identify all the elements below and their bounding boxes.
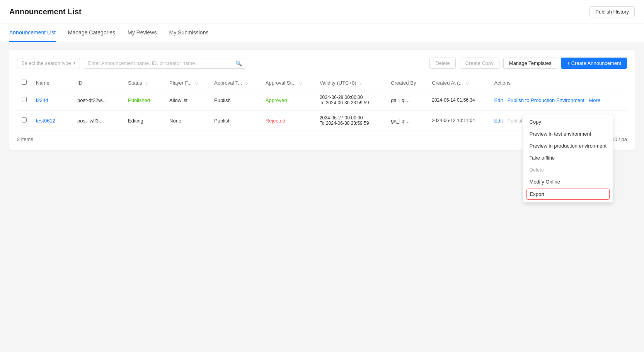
row1-id: post-dt22w... xyxy=(73,90,123,111)
search-icon: 🔍 xyxy=(235,60,242,66)
row1-edit-action[interactable]: Edit xyxy=(494,97,503,103)
search-type-placeholder: Select the search type xyxy=(21,60,71,66)
toolbar: Select the search type ▾ 🔍 Delete Create… xyxy=(17,58,627,69)
row1-status: Published xyxy=(123,90,165,111)
search-input[interactable] xyxy=(88,60,233,66)
tab-manage-categories[interactable]: Manage Categories xyxy=(68,24,115,42)
col-header-approval-type: Approval T... ▽ xyxy=(210,76,261,90)
row1-approval-status-label: Approved xyxy=(266,97,287,103)
col-header-status: Status ▽ xyxy=(123,76,165,90)
tab-my-submissions[interactable]: My Submissions xyxy=(169,24,209,42)
publish-history-button[interactable]: Publish History xyxy=(589,6,635,17)
created-at-filter-icon[interactable]: ▽ xyxy=(466,81,469,85)
row1-actions: Edit Publish to Production Environment M… xyxy=(489,90,627,111)
col-header-id: ID xyxy=(73,76,123,90)
items-count: 2 items xyxy=(17,136,33,142)
chevron-down-icon: ▾ xyxy=(73,61,76,66)
row2-edit-action[interactable]: Edit xyxy=(494,118,503,124)
approval-type-filter-icon[interactable]: ▽ xyxy=(245,81,248,85)
validity-filter-icon[interactable]: ▽ xyxy=(359,81,362,85)
dropdown-item-0[interactable]: Copy xyxy=(523,116,613,128)
row1-player-filter: Allowlist xyxy=(165,90,210,111)
col-header-approval-status: Approval St... ▽ xyxy=(261,76,315,90)
row2-approval-status-label: Rejected xyxy=(266,118,285,124)
row1-more-action[interactable]: More xyxy=(589,97,601,103)
header-checkbox-cell xyxy=(17,76,31,90)
row1-approval-status: Approved xyxy=(261,90,315,111)
row2-approval-type: Publish xyxy=(210,111,261,131)
status-filter-icon[interactable]: ▽ xyxy=(145,81,148,85)
tab-my-reviews[interactable]: My Reviews xyxy=(128,24,157,42)
row2-checkbox[interactable] xyxy=(22,117,27,122)
context-dropdown-menu: CopyPreview in test environmentPreview i… xyxy=(523,114,613,158)
col-header-player-filter: Player F... ▽ xyxy=(165,76,210,90)
row2-created-at: 2024-06-12 10:11:04 xyxy=(427,111,489,131)
col-header-name: Name xyxy=(31,76,73,90)
page-header: Announcement List Publish History xyxy=(0,0,644,24)
row2-created-by: ga_liqi... xyxy=(386,111,427,131)
row1-status-label: Published xyxy=(128,97,150,103)
approval-status-filter-icon[interactable]: ▽ xyxy=(299,81,302,85)
row2-id: post-lwlf3i... xyxy=(73,111,123,131)
select-all-checkbox[interactable] xyxy=(22,80,27,85)
row1-created-at: 2024-06-14 01:56:34 xyxy=(427,90,489,111)
col-header-created-by: Created By xyxy=(386,76,427,90)
table-header-row: Name ID Status ▽ Player F... ▽ Approval xyxy=(17,76,627,90)
create-copy-button[interactable]: Create Copy xyxy=(460,58,499,69)
search-type-select[interactable]: Select the search type ▾ xyxy=(17,58,80,68)
dropdown-item-3[interactable]: Take offline xyxy=(523,152,613,158)
row1-name-link[interactable]: l2244 xyxy=(36,97,48,103)
manage-templates-button[interactable]: Manage Templates xyxy=(503,58,557,69)
search-input-wrapper: 🔍 xyxy=(84,58,246,69)
col-header-validity: Validity (UTC+0) ▽ xyxy=(315,76,386,90)
row1-validity: 2024-06-28 00:00:00To 2024-06-30 23:59:5… xyxy=(315,90,386,111)
row2-checkbox-cell xyxy=(17,111,31,131)
row2-validity: 2024-06-27 00:00:00To 2024-06-30 23:59:5… xyxy=(315,111,386,131)
row2-name: test0612 xyxy=(31,111,73,131)
pagination-info: 10 / pa xyxy=(612,136,627,142)
row1-created-by: ga_liqi... xyxy=(386,90,427,111)
row1-checkbox[interactable] xyxy=(22,97,27,102)
page-title: Announcement List xyxy=(9,7,82,16)
row2-status: Editing xyxy=(123,111,165,131)
create-announcement-button[interactable]: + Create Announcement xyxy=(561,58,627,69)
nav-tabs: Announcement List Manage Categories My R… xyxy=(0,24,644,42)
row1-name: l2244 xyxy=(31,90,73,111)
row1-approval-type: Publish xyxy=(210,90,261,111)
row2-status-label: Editing xyxy=(128,118,143,124)
row2-player-filter: None xyxy=(165,111,210,131)
dropdown-item-2[interactable]: Preview in production environment xyxy=(523,140,613,152)
row1-checkbox-cell xyxy=(17,90,31,111)
row1-publish-action[interactable]: Publish to Production Environment xyxy=(507,97,584,103)
row2-approval-status: Rejected xyxy=(261,111,315,131)
dropdown-item-1[interactable]: Preview in test environment xyxy=(523,128,613,140)
delete-button[interactable]: Delete xyxy=(429,58,456,69)
col-header-actions: Actions xyxy=(489,76,627,90)
player-filter-icon[interactable]: ▽ xyxy=(195,81,198,85)
tab-announcement-list[interactable]: Announcement List xyxy=(9,24,56,42)
table-row: l2244 post-dt22w... Published Allowlist … xyxy=(17,90,627,111)
row2-name-link[interactable]: test0612 xyxy=(36,118,55,124)
col-header-created-at: Created At (... ▽ xyxy=(427,76,489,90)
